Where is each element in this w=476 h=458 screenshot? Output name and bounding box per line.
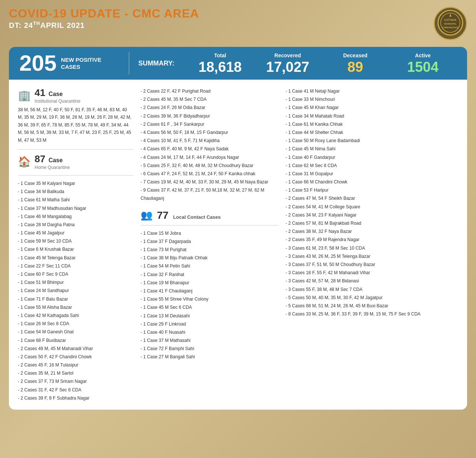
list-item: 1 Case 62 M Sec 8 CDA bbox=[286, 161, 458, 170]
col-right: 1 Case 41 M Netaji Nagar1 Case 33 M Nimc… bbox=[286, 87, 458, 402]
list-item: 1 Case 37 F Dagarpada bbox=[141, 237, 278, 246]
divider-2 bbox=[18, 175, 133, 176]
stat-recovered: Recovered 17,027 bbox=[254, 52, 322, 74]
local-contact-list: 1 Case 15 M Jobra1 Case 37 F Dagarpada1 … bbox=[141, 229, 278, 361]
iq-header: 🏢 41 Case Institutional Quarantine bbox=[18, 87, 133, 104]
list-item: 2 Cases 38 M, 32 F Naya Bazar bbox=[286, 227, 458, 236]
list-item: 1 Case 40 F Gandarpur bbox=[286, 153, 458, 161]
list-item: 1 Case 55 M Shree Vihar Colony bbox=[141, 295, 278, 303]
stat-active: Active 1504 bbox=[389, 52, 457, 74]
list-item: 1 Case 6 M Krushak Bazar bbox=[18, 245, 133, 253]
list-item: 2 Cases 45 F, 16 M Tulasipur bbox=[18, 361, 133, 369]
right-cases-list: 1 Case 41 M Netaji Nagar1 Case 33 M Nimc… bbox=[286, 87, 458, 318]
new-positive-cases: CASES bbox=[61, 63, 101, 71]
building-icon: 🏢 bbox=[18, 89, 31, 102]
summary-label: SUMMARY: bbox=[138, 60, 174, 67]
summary-bar: 205 NEW POSITIVE CASES SUMMARY: Total 18… bbox=[9, 47, 467, 80]
recovered-label: Recovered bbox=[254, 52, 322, 58]
list-item: 6 Cases 47 F, 24 F, 52 M, 21 M, 24 F, 50… bbox=[141, 170, 278, 178]
list-item: 2 Cases 34 M, 23 F Kalyani Nagar bbox=[286, 211, 458, 219]
list-item: 1 Case 72 F Bamphi Sahi bbox=[141, 345, 278, 353]
content-area: 🏢 41 Case Institutional Quarantine 38 M,… bbox=[9, 80, 467, 410]
list-item: 1 Case 41 M Netaji Nagar bbox=[286, 87, 458, 95]
recovered-value: 17,027 bbox=[254, 60, 322, 74]
home-quarantine-block: 🏠 87 Case Home Quarantine bbox=[18, 153, 133, 170]
title-block: COVID-19 UPDATE - CMC AREA DT: 24THAPRIL… bbox=[9, 7, 199, 30]
list-item: 9 Cases 37 F, 42 M, 37 F, 21 F, 50 M,18 … bbox=[141, 186, 278, 202]
date-sup: TH bbox=[33, 20, 40, 26]
list-item: 2 Cases 57 M, 81 M Bajrakbati Road bbox=[286, 219, 458, 227]
main-title: COVID-19 UPDATE - CMC AREA bbox=[9, 7, 199, 20]
logo-inner: CUTTACK MUNICIPAL CORPORATION bbox=[437, 10, 463, 37]
lc-count-block: 77 Local Contact Cases bbox=[157, 209, 221, 221]
list-item: 2 Cases 61 F , 34 F Sankarpur bbox=[141, 120, 278, 128]
list-item: 1 Case 66 M Chandini Chowk bbox=[286, 178, 458, 186]
list-item: 4 Cases 56 M, 50 F, 18 M, 15 F Gandarpur bbox=[141, 128, 278, 137]
list-item: 4 Cases 65 F, 40 M, 9 M, 42 F Naya Sadak bbox=[141, 145, 278, 153]
list-item: 1 Case 31 M Gopalpur bbox=[286, 170, 458, 178]
list-item: 1 Case 54 M Ganesh Ghat bbox=[18, 328, 133, 336]
list-item: 3 Cases 18 F, 55 F, 42 M Mahanadi Vihar bbox=[286, 269, 458, 277]
list-item: 1 Case 37 M Mathasahi bbox=[141, 336, 278, 345]
iq-label: Case bbox=[48, 91, 62, 97]
iq-count: 41 bbox=[35, 87, 45, 98]
new-positive-number: 205 bbox=[19, 52, 57, 74]
list-item: 1 Case 38 M Biju Patnaik Chhak bbox=[141, 254, 278, 262]
iq-data: 38 M, 56 M, 12 F, 40 F, 50 F, 81 F, 35 F… bbox=[18, 106, 133, 144]
list-item: 1 Case 33 M Nimchouri bbox=[286, 95, 458, 103]
list-item: 2 Cases 35 F, 49 M Rajendra Nagar bbox=[286, 236, 458, 244]
sub-title: DT: 24THAPRIL 2021 bbox=[9, 20, 199, 30]
list-item: 2 Cases 35 M, 21 M Sartol bbox=[18, 369, 133, 377]
list-item: 1 Case 55 M Alisha Bazar bbox=[18, 303, 133, 311]
list-item: 1 Case 13 M Deulasahi bbox=[141, 312, 278, 320]
svg-text:MUNICIPAL: MUNICIPAL bbox=[444, 23, 457, 25]
list-item: 1 Case 19 M Bhanapur bbox=[141, 279, 278, 287]
list-item: 1 Case 71 F Balu Bazar bbox=[18, 295, 133, 303]
list-item: 1 Case 61 M Matha Sahi bbox=[18, 196, 133, 204]
list-item: 2 Cases 31 F, 42 F Sec 6 CDA bbox=[18, 386, 133, 394]
people-icon: 👥 bbox=[141, 209, 152, 221]
list-item: 1 Case 37 M Madhusudan Nagar bbox=[18, 204, 133, 212]
list-item: 1 Case 35 M Kalyani Nagar bbox=[18, 179, 133, 188]
new-positive-label-block: NEW POSITIVE CASES bbox=[61, 56, 101, 71]
list-item: 1 Case 42 M Kathagada Sahi bbox=[18, 311, 133, 320]
list-item: 2 Cases 54 M, 41 M College Square bbox=[286, 203, 458, 211]
middle-cases-list: 2 Cases 22 F, 42 F Purighat Road2 Cases … bbox=[141, 87, 278, 203]
col-middle: 2 Cases 22 F, 42 F Purighat Road2 Cases … bbox=[141, 87, 278, 402]
list-item: 3 Cases 42 M, 57 M, 28 M Bidanasi bbox=[286, 277, 458, 285]
list-item: 3 Cases 43 M, 26 M, 25 M Telenga Bazar bbox=[286, 252, 458, 260]
total-value: 18,618 bbox=[186, 60, 254, 74]
divider-1 bbox=[18, 149, 133, 150]
total-label: Total bbox=[186, 52, 254, 58]
stat-total: Total 18,618 bbox=[186, 52, 254, 74]
svg-text:CUTTACK: CUTTACK bbox=[444, 19, 456, 21]
summary-divider bbox=[129, 52, 129, 74]
col-left: 🏢 41 Case Institutional Quarantine 38 M,… bbox=[18, 87, 133, 402]
home-quarantine-list: 1 Case 35 M Kalyani Nagar1 Case 34 M Bal… bbox=[18, 179, 133, 402]
hq-count-label: 87 Case Home Quarantine bbox=[35, 153, 70, 170]
new-positive-label: NEW POSITIVE bbox=[61, 56, 101, 64]
list-item: 2 Cases 39 M, 36 F Bidyadharpur bbox=[141, 112, 278, 120]
iq-count-label: 41 Case Institutional Quarantine bbox=[35, 87, 80, 104]
list-item: 1 Case 68 F Buxibazar bbox=[18, 336, 133, 345]
list-item: 2 Cases 45 M, 35 M Sec 7 CDA bbox=[141, 95, 278, 103]
list-item: 2 Cases 50 F, 42 F Chandini Chowk bbox=[18, 353, 133, 361]
list-item: 1 Case 34 M Balikuda bbox=[18, 188, 133, 196]
list-item: 3 Cases 55 F, 38 M, 48 M Sec 7 CDA bbox=[286, 285, 458, 294]
list-item: 2 Cases 49 M, 45 M Mahanadi Vihar bbox=[18, 345, 133, 353]
list-item: 2 Cases 22 F, 42 F Purighat Road bbox=[141, 87, 278, 95]
active-value: 1504 bbox=[389, 60, 457, 74]
list-item: 1 Case 24 M Sandhapur bbox=[18, 286, 133, 295]
list-item: 1 Case 27 M Bangali Sahi bbox=[141, 353, 278, 361]
list-item: 1 Case 44 M Shelter Chhak bbox=[286, 128, 458, 137]
institutional-quarantine-block: 🏢 41 Case Institutional Quarantine 38 M,… bbox=[18, 87, 133, 144]
list-item: 1 Case 34 M Mahatab Road bbox=[286, 112, 458, 120]
list-item: 1 Case 45 M Telenga Bazar bbox=[18, 254, 133, 262]
hq-label: Case bbox=[48, 157, 62, 163]
list-item: 1 Case 60 F Sec 9 CDA bbox=[18, 270, 133, 278]
list-item: 3 Cases 61 M, 23 F, 58 M Sec 10 CDA bbox=[286, 244, 458, 252]
date-label: DT: 24 bbox=[9, 21, 33, 29]
svg-text:CORPORATION: CORPORATION bbox=[442, 26, 459, 29]
list-item: 1 Case 73 M Purighat bbox=[141, 246, 278, 254]
list-item: 1 Case 45 M Sec 6 CDA bbox=[141, 303, 278, 311]
